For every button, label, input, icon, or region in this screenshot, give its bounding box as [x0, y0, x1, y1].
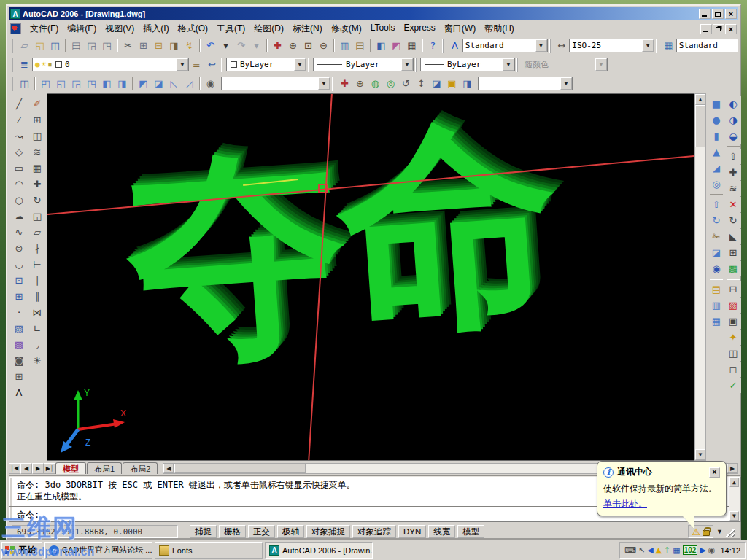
start-button[interactable]: 开始 [1, 542, 42, 559]
subtract-button[interactable]: ◑ [726, 112, 741, 128]
model-canvas[interactable]: 夺 命 Y X Z [47, 93, 694, 461]
sheetset-manager-button[interactable]: ◧ [374, 38, 389, 53]
named-views-button[interactable]: ◫ [17, 76, 32, 91]
insert-block-button[interactable]: ⊡ [12, 273, 27, 288]
move-button[interactable]: ✚ [30, 176, 45, 192]
stretch-button[interactable]: ▱ [30, 225, 45, 240]
copy-button[interactable]: ⊞ [136, 38, 151, 53]
zoom-realtime-button[interactable]: ⊕ [285, 38, 301, 53]
ellipse-arc-button[interactable]: ◡ [12, 257, 27, 272]
tab-layout1[interactable]: 布局1 [87, 462, 122, 474]
update-tray-icon[interactable]: ↑ [664, 546, 670, 555]
layer-thaw-icon[interactable]: ☀ [42, 60, 47, 69]
view-ne-iso-button[interactable]: ◺ [166, 76, 182, 91]
toggle-lwt[interactable]: 线宽 [428, 525, 455, 538]
3d-orbit-button[interactable]: ◍ [368, 76, 383, 91]
color-combo[interactable]: ByLayer ▼ [226, 58, 306, 71]
open-file-button[interactable]: ◱ [32, 38, 47, 53]
dim-style-combo[interactable]: ISO-25 ▼ [569, 39, 654, 52]
hatch-button[interactable]: ▨ [12, 321, 27, 336]
redo-dropdown[interactable]: ▾ [249, 38, 264, 53]
view-nw-iso-button[interactable]: ◿ [182, 76, 197, 91]
maximize-button[interactable] [712, 9, 724, 19]
view-sw-iso-button[interactable]: ◩ [136, 76, 151, 91]
horizontal-scroll-thumb[interactable] [174, 464, 306, 473]
chevron-down-icon[interactable]: ▼ [318, 77, 330, 90]
box-button[interactable]: ■ [709, 96, 724, 112]
3d-adjust-distance-button[interactable]: ↕ [414, 76, 429, 91]
camera-button[interactable]: ◉ [203, 76, 218, 91]
tab-next-icon[interactable]: ▶ [32, 463, 44, 474]
toolbar-grip[interactable] [12, 77, 14, 91]
rotate-faces-button[interactable]: ↻ [726, 213, 741, 228]
block-editor-button[interactable]: ↯ [182, 38, 197, 53]
section-button[interactable]: ◪ [709, 245, 724, 260]
scroll-up-icon[interactable]: ▲ [729, 478, 739, 487]
toggle-dyn[interactable]: DYN [398, 525, 426, 538]
lineweight-combo[interactable]: ByLayer ▼ [420, 58, 515, 71]
help-button[interactable]: ? [425, 38, 441, 53]
title-bar[interactable]: A AutoCAD 2006 - [Drawing1.dwg] × [9, 7, 738, 20]
copy-edges-button[interactable]: ⊟ [726, 281, 741, 297]
menu-item-express[interactable]: Express [399, 21, 439, 36]
polygon-button[interactable]: ◇ [12, 144, 27, 160]
redo-button[interactable]: ↷ [233, 38, 249, 53]
vertical-scroll-thumb[interactable] [695, 105, 705, 147]
layer-combo[interactable]: ● ☀ ▪ 0 ▼ [32, 58, 189, 71]
chevron-down-icon[interactable]: ▼ [177, 58, 188, 71]
extrude-faces-button[interactable]: ⇧ [726, 149, 741, 164]
plot-button[interactable]: ▤ [69, 38, 84, 53]
erase-button[interactable]: ✐ [30, 96, 45, 112]
gradient-button[interactable]: ▩ [12, 337, 27, 352]
toolbar-grip[interactable] [415, 58, 417, 72]
check-button[interactable]: ✓ [726, 378, 741, 393]
tab-model[interactable]: 模型 [55, 462, 86, 474]
firewall-tray-icon[interactable]: ▦ [673, 546, 680, 555]
scroll-down-icon[interactable]: ▼ [695, 449, 705, 460]
view-back-button[interactable]: ◨ [115, 76, 130, 91]
point-button[interactable]: · [12, 305, 27, 320]
menu-item-insert[interactable]: 插入(I) [139, 21, 173, 36]
toolbar-grip[interactable] [221, 58, 223, 72]
undo-button[interactable]: ↶ [203, 38, 218, 53]
ellipse-button[interactable]: ⊜ [12, 241, 27, 256]
cone-button[interactable]: ▲ [709, 144, 724, 160]
toggle-polar[interactable]: 极轴 [277, 525, 304, 538]
tab-first-icon[interactable]: ⏐◀ [9, 463, 20, 474]
separate-button[interactable]: ◫ [726, 346, 741, 361]
menu-item-modify[interactable]: 修改(M) [327, 21, 366, 36]
antivirus-tray-icon[interactable]: ◀ [647, 546, 653, 555]
chevron-down-icon[interactable]: ▼ [642, 39, 654, 52]
markup-manager-button[interactable]: ◩ [389, 38, 404, 53]
menu-item-dimension[interactable]: 标注(N) [288, 21, 327, 36]
balloon-link[interactable]: 单击此处。 [603, 498, 720, 510]
layer-lock-icon[interactable]: ▪ [47, 60, 53, 69]
3d-swivel-button[interactable]: ↺ [398, 76, 414, 91]
status-menu-arrow-icon[interactable]: ▼ [716, 528, 723, 535]
command-window-grip[interactable] [10, 478, 13, 520]
chevron-down-icon[interactable]: ▼ [560, 77, 572, 90]
volume-tray-icon[interactable]: ◉ [708, 546, 716, 555]
view-left-button[interactable]: ◲ [69, 76, 84, 91]
new-file-button[interactable]: ▱ [17, 38, 32, 53]
color-edges-button[interactable]: ▨ [726, 298, 741, 313]
toolbar-grip[interactable] [308, 58, 310, 72]
menu-item-help[interactable]: 帮助(H) [480, 21, 519, 36]
region-button[interactable]: ◙ [12, 353, 27, 368]
toolbar-grip[interactable] [516, 58, 519, 72]
menu-item-edit[interactable]: 编辑(E) [63, 21, 101, 36]
zoom-window-button[interactable]: ⊡ [301, 38, 316, 53]
wedge-button[interactable]: ◢ [709, 160, 724, 176]
menu-item-view[interactable]: 视图(V) [101, 21, 139, 36]
visual-style-combo[interactable]: ▼ [478, 77, 573, 90]
task-ie-cad-forum[interactable]: eCAD世界官方网站论坛 ... [44, 542, 152, 559]
mirror-button[interactable]: ◫ [30, 128, 45, 144]
3d-views-button[interactable]: ◨ [460, 76, 475, 91]
cut-button[interactable]: ✂ [120, 38, 136, 53]
plot-preview-button[interactable]: ◲ [84, 38, 99, 53]
toolbar-grip[interactable] [656, 39, 658, 53]
chevron-down-icon[interactable]: ▼ [401, 58, 413, 71]
minimize-button[interactable] [699, 9, 711, 19]
fillet-button[interactable]: ◞ [30, 337, 45, 352]
view-bottom-button[interactable]: ◱ [53, 76, 69, 91]
